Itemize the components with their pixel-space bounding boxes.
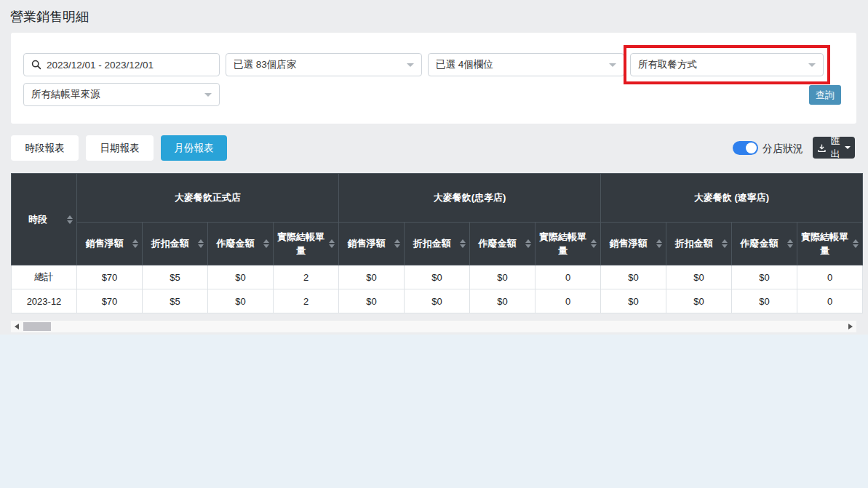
download-icon xyxy=(817,143,827,153)
table-cell: 2 xyxy=(274,289,339,313)
table-cell: $0 xyxy=(339,289,405,313)
table-cell: $0 xyxy=(470,289,535,313)
table-cell: $0 xyxy=(732,289,797,313)
sales-report-table: 時段大麥餐飲正式店大麥餐飲(忠孝店)大麥餐飲 (遼寧店)銷售淨額折扣金額作廢金額… xyxy=(11,173,863,313)
sort-icon xyxy=(591,239,597,248)
arrow-right-icon xyxy=(848,324,853,329)
stores-dropdown[interactable]: 已選 83個店家 xyxy=(226,53,422,76)
scrollbar-track[interactable] xyxy=(23,321,845,332)
table-cell: $0 xyxy=(339,265,405,289)
table-cell: 2 xyxy=(274,265,339,289)
bill-source-dropdown[interactable]: 所有結帳單來源 xyxy=(23,83,220,106)
table-cell: 0 xyxy=(797,265,863,289)
column-header[interactable]: 折扣金額 xyxy=(405,223,470,265)
date-range-value: 2023/12/01 - 2023/12/01 xyxy=(47,60,154,71)
sort-icon xyxy=(67,215,73,224)
store-group-header: 大麥餐飲(忠孝店) xyxy=(339,174,601,223)
tab-date-report[interactable]: 日期報表 xyxy=(86,135,154,161)
table-cell: $5 xyxy=(143,289,208,313)
chevron-down-icon xyxy=(407,63,414,67)
sort-icon xyxy=(329,239,335,248)
date-range-input[interactable]: 2023/12/01 - 2023/12/01 xyxy=(23,53,220,76)
sort-icon xyxy=(460,239,466,248)
page-title: 營業銷售明細 xyxy=(10,8,89,25)
table-cell: $0 xyxy=(666,289,732,313)
table-cell: 0 xyxy=(797,289,863,313)
chevron-down-icon xyxy=(609,63,616,67)
chevron-down-icon xyxy=(808,63,816,67)
column-header[interactable]: 作廢金額 xyxy=(208,223,274,265)
table-cell: $0 xyxy=(601,289,666,313)
sort-icon xyxy=(132,239,138,248)
column-header-time-period[interactable]: 時段 xyxy=(12,174,77,265)
column-header[interactable]: 銷售淨額 xyxy=(339,223,405,265)
pickup-method-value: 所有取餐方式 xyxy=(638,58,697,71)
branch-status-toggle-label: 分店狀況 xyxy=(763,143,803,156)
sort-icon xyxy=(263,239,269,248)
toggle-knob xyxy=(746,143,757,153)
table-body: 總計$70$5$02$0$0$00$0$0$002023-12$70$5$02$… xyxy=(12,265,863,313)
sort-icon xyxy=(853,239,859,248)
export-button[interactable]: 匯出 xyxy=(813,137,855,159)
query-button[interactable]: 查詢 xyxy=(809,85,841,105)
table-cell: $0 xyxy=(208,265,274,289)
branch-status-toggle[interactable] xyxy=(733,141,758,155)
horizontal-scrollbar[interactable] xyxy=(11,321,856,332)
table-cell: $0 xyxy=(601,265,666,289)
scroll-left-arrow[interactable] xyxy=(11,321,23,332)
column-header[interactable]: 實際結帳單量 xyxy=(797,223,863,265)
table-cell: 0 xyxy=(535,289,601,313)
columns-dropdown-value: 已選 4個欄位 xyxy=(436,58,493,71)
table-row: 總計$70$5$02$0$0$00$0$0$00 xyxy=(12,265,863,289)
bill-source-value: 所有結帳單來源 xyxy=(31,88,100,101)
column-header[interactable]: 實際結帳單量 xyxy=(274,223,339,265)
scroll-right-arrow[interactable] xyxy=(845,321,856,332)
chevron-down-icon xyxy=(204,93,212,97)
scrollbar-thumb[interactable] xyxy=(23,322,51,331)
table-cell: $0 xyxy=(470,265,535,289)
search-icon xyxy=(31,60,41,70)
sort-icon xyxy=(787,239,793,248)
store-group-header: 大麥餐飲 (遼寧店) xyxy=(601,174,863,223)
sort-icon xyxy=(198,239,204,248)
table-cell: $0 xyxy=(732,265,797,289)
table-row: 2023-12$70$5$02$0$0$00$0$0$00 xyxy=(12,289,863,313)
row-label: 總計 xyxy=(12,265,77,289)
table-cell: $70 xyxy=(77,289,143,313)
chevron-down-icon xyxy=(845,146,851,149)
column-header[interactable]: 銷售淨額 xyxy=(601,223,666,265)
column-header[interactable]: 銷售淨額 xyxy=(77,223,143,265)
page-container: 營業銷售明細 2023/12/01 - 2023/12/01 已選 83個店家 … xyxy=(0,0,868,335)
table-cell: $0 xyxy=(405,265,470,289)
table-cell: $0 xyxy=(208,289,274,313)
table-head: 時段大麥餐飲正式店大麥餐飲(忠孝店)大麥餐飲 (遼寧店)銷售淨額折扣金額作廢金額… xyxy=(12,174,863,265)
stores-dropdown-value: 已選 83個店家 xyxy=(234,58,296,71)
store-group-header: 大麥餐飲正式店 xyxy=(77,174,339,223)
column-header[interactable]: 實際結帳單量 xyxy=(535,223,601,265)
sort-icon xyxy=(394,239,400,248)
sort-icon xyxy=(656,239,662,248)
columns-dropdown[interactable]: 已選 4個欄位 xyxy=(428,53,624,76)
row-label: 2023-12 xyxy=(12,289,77,313)
table-cell: $0 xyxy=(405,289,470,313)
table-cell: $70 xyxy=(77,265,143,289)
column-header[interactable]: 折扣金額 xyxy=(143,223,208,265)
tab-month-report[interactable]: 月份報表 xyxy=(161,135,227,161)
pickup-method-dropdown[interactable]: 所有取餐方式 xyxy=(630,53,824,76)
column-header[interactable]: 折扣金額 xyxy=(666,223,732,265)
column-header[interactable]: 作廢金額 xyxy=(732,223,797,265)
export-button-label: 匯出 xyxy=(829,135,841,161)
table-cell: 0 xyxy=(535,265,601,289)
column-header[interactable]: 作廢金額 xyxy=(470,223,535,265)
table-cell: $0 xyxy=(666,265,732,289)
tab-time-period-report[interactable]: 時段報表 xyxy=(11,135,79,161)
sort-icon xyxy=(525,239,531,248)
sort-icon xyxy=(722,239,728,248)
filter-panel: 2023/12/01 - 2023/12/01 已選 83個店家 已選 4個欄位… xyxy=(11,33,856,124)
arrow-left-icon xyxy=(15,324,19,329)
table-cell: $5 xyxy=(143,265,208,289)
